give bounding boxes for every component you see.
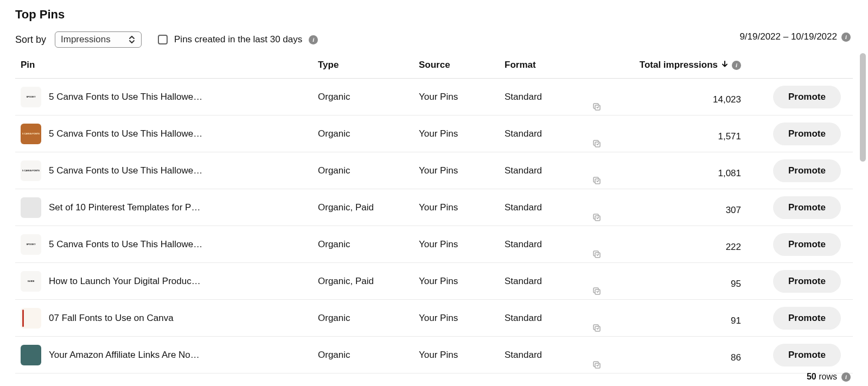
info-icon[interactable]: i [841,372,851,382]
controls-row: Sort by Impressions Pins created in the … [15,31,853,48]
copy-icon[interactable] [580,286,613,299]
pin-impressions: 222 [613,236,754,253]
th-pin[interactable]: Pin [21,60,318,70]
th-type[interactable]: Type [318,60,419,70]
copy-icon[interactable] [580,360,613,373]
copy-icon[interactable] [580,323,613,336]
promote-button[interactable]: Promote [773,86,841,108]
promote-button[interactable]: Promote [773,159,841,182]
sort-select[interactable]: Impressions [55,31,142,48]
pin-source: Your Pins [419,128,505,139]
pin-impressions: 91 [613,310,754,326]
copy-icon[interactable] [580,139,613,152]
pin-thumbnail[interactable] [21,345,41,365]
pin-thumbnail[interactable]: 5 CANVA FONTS [21,160,41,181]
pin-type: Organic [318,239,419,250]
checkbox-box-icon [158,35,168,44]
pin-thumbnail[interactable] [21,308,41,329]
arrow-down-icon [721,60,729,70]
th-impressions[interactable]: Total impressions i [613,60,754,70]
promote-button[interactable]: Promote [773,344,841,366]
pins-table: Pin Type Source Format Total impressions… [15,60,853,381]
pin-type: Organic [318,313,419,324]
pin-impressions: 86 [613,347,754,363]
info-icon[interactable]: i [732,61,741,70]
pin-title[interactable]: 07 Fall Fonts to Use on Canva [49,313,174,324]
pin-type: Organic, Paid [318,276,419,287]
pin-type: Organic, Paid [318,202,419,213]
pin-thumbnail[interactable]: SPOOKY [21,87,41,107]
th-source[interactable]: Source [419,60,505,70]
pin-source: Your Pins [419,313,505,324]
pin-title[interactable]: Your Amazon Affiliate Links Are No… [49,350,200,361]
table-row[interactable]: SPOOKY5 Canva Fonts to Use This Hallowe…… [15,79,853,115]
table-row[interactable]: 5 CANVA FONTS5 Canva Fonts to Use This H… [15,115,853,152]
copy-icon[interactable] [580,213,613,226]
pin-source: Your Pins [419,276,505,287]
promote-button[interactable]: Promote [773,307,841,330]
pin-type: Organic [318,350,419,361]
page-title: Top Pins [15,8,853,22]
table-row[interactable]: Set of 10 Pinterest Templates for P…Orga… [15,189,853,226]
pin-title[interactable]: 5 Canva Fonts to Use This Hallowe… [49,92,202,102]
scrollbar-thumb[interactable] [860,53,866,162]
pin-type: Organic [318,92,419,102]
pin-format: Standard [505,128,580,139]
pin-type: Organic [318,128,419,139]
pin-impressions: 1,081 [613,163,754,179]
table-row[interactable]: Your Amazon Affiliate Links Are No…Organ… [15,337,853,374]
copy-icon[interactable] [580,102,613,115]
chevron-updown-icon [128,35,136,44]
pin-thumbnail[interactable]: 5 CANVA FONTS [21,124,41,144]
rows-count: 50 rows i [807,372,851,382]
info-icon[interactable]: i [841,33,851,42]
pin-source: Your Pins [419,202,505,213]
promote-button[interactable]: Promote [773,123,841,145]
th-impressions-label: Total impressions [640,60,718,70]
copy-icon[interactable] [580,249,613,262]
recent-pins-label: Pins created in the last 30 days [174,34,302,45]
th-format[interactable]: Format [505,60,580,70]
table-row[interactable]: SPOOKY5 Canva Fonts to Use This Hallowe…… [15,226,853,263]
sort-by-label: Sort by [15,34,46,46]
rows-count-number: 50 [807,372,816,381]
recent-pins-checkbox[interactable]: Pins created in the last 30 days i [158,34,318,45]
pin-source: Your Pins [419,92,505,102]
table-row[interactable]: GUIDEHow to Launch Your Digital Produc…O… [15,263,853,300]
pin-title[interactable]: How to Launch Your Digital Produc… [49,276,201,287]
date-range-text: 9/19/2022 – 10/19/2022 [739,31,837,42]
table-row[interactable]: 07 Fall Fonts to Use on CanvaOrganicYour… [15,300,853,337]
rows-count-label: rows [819,372,837,381]
pin-type: Organic [318,165,419,176]
pin-format: Standard [505,350,580,361]
info-icon[interactable]: i [309,35,318,44]
promote-button[interactable]: Promote [773,196,841,219]
pin-format: Standard [505,239,580,250]
pin-title[interactable]: 5 Canva Fonts to Use This Hallowe… [49,165,202,176]
pin-thumbnail[interactable]: GUIDE [21,271,41,292]
sort-select-value: Impressions [61,34,111,45]
pin-impressions: 1,571 [613,126,754,142]
pin-source: Your Pins [419,239,505,250]
promote-button[interactable]: Promote [773,270,841,293]
pin-source: Your Pins [419,350,505,361]
pin-title[interactable]: Set of 10 Pinterest Templates for P… [49,202,200,213]
pin-impressions: 95 [613,273,754,290]
pin-format: Standard [505,313,580,324]
table-header-row: Pin Type Source Format Total impressions… [15,60,853,79]
pin-format: Standard [505,202,580,213]
pin-format: Standard [505,276,580,287]
pin-source: Your Pins [419,165,505,176]
pin-format: Standard [505,92,580,102]
promote-button[interactable]: Promote [773,233,841,256]
table-row[interactable]: 5 CANVA FONTS5 Canva Fonts to Use This H… [15,152,853,189]
date-range: 9/19/2022 – 10/19/2022 i [739,31,851,42]
pin-title[interactable]: 5 Canva Fonts to Use This Hallowe… [49,128,202,139]
pin-impressions: 307 [613,200,754,216]
pin-thumbnail[interactable] [21,197,41,218]
pin-title[interactable]: 5 Canva Fonts to Use This Hallowe… [49,239,202,250]
copy-icon[interactable] [580,176,613,189]
pin-format: Standard [505,165,580,176]
pin-impressions: 14,023 [613,89,754,105]
pin-thumbnail[interactable]: SPOOKY [21,234,41,255]
